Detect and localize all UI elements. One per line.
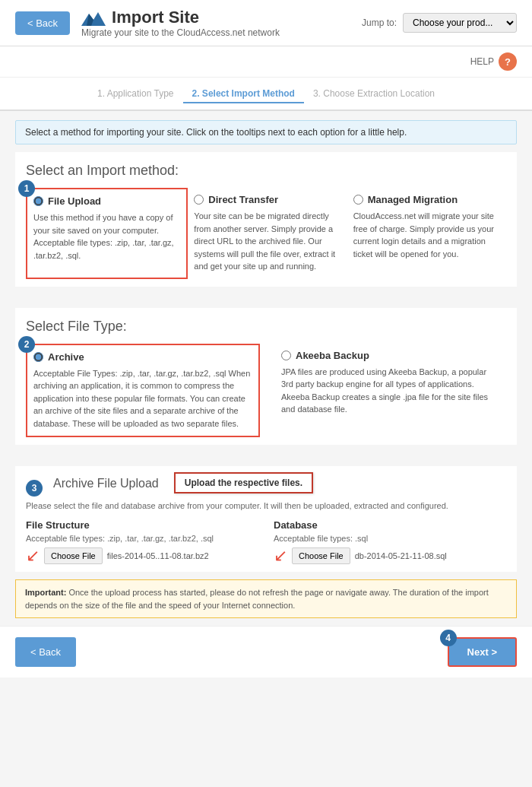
jump-to-select[interactable]: Choose your prod... xyxy=(403,13,517,33)
choose-database-button[interactable]: Choose File xyxy=(292,547,350,564)
steps-nav: 1. Application Type 2. Select Import Met… xyxy=(0,78,532,111)
radio-akeeba[interactable] xyxy=(281,351,291,360)
jump-to-container: Jump to: Choose your prod... xyxy=(362,13,517,33)
footer-next-button[interactable]: Next > xyxy=(448,637,517,667)
step-badge-2: 2 xyxy=(18,336,35,353)
arrow-database: ↙ xyxy=(274,547,287,564)
step-badge-1: 1 xyxy=(18,180,35,197)
file-type-options: 2 Archive Acceptable File Types: .zip, .… xyxy=(26,344,506,438)
help-bar: HELP ? xyxy=(0,46,532,78)
upload-fields: File Structure Acceptable file types: .z… xyxy=(26,519,506,564)
database-label: Database xyxy=(274,519,506,531)
database-row: ↙ Choose File db-2014-05-21-11-08.sql xyxy=(274,547,506,564)
method-managed-migration[interactable]: Managed Migration CloudAccess.net will m… xyxy=(347,188,506,279)
method-direct-transfer[interactable]: Direct Transfer Your site can be be migr… xyxy=(188,188,347,279)
method-direct-transfer-label: Direct Transfer xyxy=(208,194,278,205)
file-type-akeeba-desc: JPA files are produced using Akeeba Back… xyxy=(281,366,500,416)
file-type-archive[interactable]: 2 Archive Acceptable File Types: .zip, .… xyxy=(26,344,260,438)
info-banner: Select a method for importing your site.… xyxy=(15,120,517,144)
step-3[interactable]: 3. Choose Extraction Location xyxy=(304,85,444,102)
radio-archive[interactable] xyxy=(33,352,43,362)
warning-box: Important: Once the upload process has s… xyxy=(15,579,517,618)
step-2[interactable]: 2. Select Import Method xyxy=(183,85,304,103)
method-managed-migration-desc: CloudAccess.net will migrate your site f… xyxy=(353,210,500,260)
method-file-upload[interactable]: 1 File Upload Use this method if you hav… xyxy=(26,188,188,279)
page-title: Import Site xyxy=(81,8,280,27)
step-badge-4: 4 xyxy=(440,630,457,646)
file-structure-sublabel: Acceptable file types: .zip, .tar, .tar.… xyxy=(26,534,258,543)
footer-buttons: < Back 4 Next > xyxy=(0,626,532,678)
file-structure-field: File Structure Acceptable file types: .z… xyxy=(26,519,258,564)
jump-to-label: Jump to: xyxy=(362,17,397,28)
radio-direct-transfer[interactable] xyxy=(194,195,204,205)
header-back-button[interactable]: < Back xyxy=(15,11,70,35)
footer-back-button[interactable]: < Back xyxy=(15,637,76,667)
file-type-akeeba[interactable]: Akeeba Backup JPA files are produced usi… xyxy=(275,344,506,438)
warning-bold: Important: xyxy=(25,588,66,597)
step-1[interactable]: 1. Application Type xyxy=(88,85,183,102)
file-structure-name: files-2014-05..11-08.tar.bz2 xyxy=(107,551,209,560)
method-file-upload-label: File Upload xyxy=(48,195,101,207)
radio-managed-migration[interactable] xyxy=(353,195,363,205)
import-method-options: 1 File Upload Use this method if you hav… xyxy=(26,188,506,279)
help-button[interactable]: ? xyxy=(499,52,517,71)
file-type-title: Select File Type: xyxy=(26,319,506,335)
import-method-title: Select an Import method: xyxy=(26,163,506,179)
database-file-name: db-2014-05-21-11-08.sql xyxy=(355,551,447,560)
database-field: Database Acceptable file types: .sql ↙ C… xyxy=(274,519,506,564)
warning-text: Once the upload process has started, ple… xyxy=(25,588,489,610)
upload-desc: Please select the file and database arch… xyxy=(26,501,506,510)
database-sublabel: Acceptable file types: .sql xyxy=(274,534,506,543)
step-badge-3: 3 xyxy=(26,480,43,497)
file-structure-label: File Structure xyxy=(26,519,258,531)
method-file-upload-desc: Use this method if you have a copy of yo… xyxy=(33,211,180,262)
choose-file-structure-button[interactable]: Choose File xyxy=(44,547,103,564)
file-type-archive-desc: Acceptable File Types: .zip, .tar, .tar.… xyxy=(33,367,252,430)
method-managed-migration-label: Managed Migration xyxy=(368,194,458,205)
file-type-akeeba-label: Akeeba Backup xyxy=(296,350,369,361)
logo-icon xyxy=(81,9,106,26)
upload-tooltip: Upload the respective files. xyxy=(174,472,313,493)
radio-file-upload[interactable] xyxy=(33,196,43,206)
method-direct-transfer-desc: Your site can be be migrated directly fr… xyxy=(194,210,340,273)
file-type-archive-label: Archive xyxy=(48,351,84,363)
svg-marker-0 xyxy=(81,12,106,26)
help-label: HELP xyxy=(470,56,494,67)
page-subtitle: Migrate your site to the CloudAccess.net… xyxy=(81,27,280,38)
file-structure-row: ↙ Choose File files-2014-05..11-08.tar.b… xyxy=(26,547,258,564)
arrow-file-structure: ↙ xyxy=(26,547,40,564)
upload-section-title: Archive File Upload xyxy=(53,477,159,490)
